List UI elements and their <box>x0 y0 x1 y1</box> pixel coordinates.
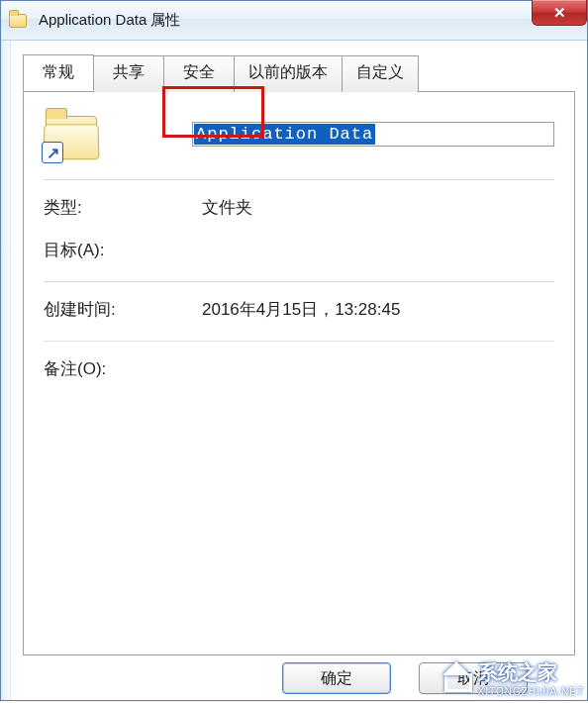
window-title: Application Data 属性 <box>39 11 180 30</box>
tab-label: 共享 <box>113 63 145 80</box>
shortcut-overlay-icon: ↗ <box>42 142 63 163</box>
close-icon: ✕ <box>553 4 566 22</box>
created-label: 创建时间: <box>44 298 202 321</box>
tab-custom[interactable]: 自定义 <box>342 55 419 92</box>
cancel-button[interactable]: 取消 <box>419 662 528 694</box>
properties-dialog: Application Data 属性 ✕ 常规 共享 安全 以前的版本 自定义… <box>0 0 588 701</box>
tab-strip: 常规 共享 安全 以前的版本 自定义 <box>23 54 583 91</box>
target-label: 目标(A): <box>44 239 202 261</box>
folder-icon <box>9 11 29 31</box>
left-gutter <box>1 41 11 700</box>
tab-label: 自定义 <box>356 63 404 80</box>
folder-shortcut-icon: ↗ <box>44 114 99 157</box>
titlebar[interactable]: Application Data 属性 ✕ <box>1 1 587 41</box>
tab-label: 安全 <box>183 63 215 80</box>
button-bar: 确定 取消 <box>1 662 587 694</box>
name-input[interactable]: Application Data <box>192 122 554 147</box>
separator <box>44 179 554 180</box>
tab-panel-general: ↗ Application Data 类型: 文件夹 目标(A): 创建时间: … <box>23 91 575 655</box>
created-value: 2016年4月15日，13:28:45 <box>202 298 554 321</box>
tab-general[interactable]: 常规 <box>23 54 94 91</box>
tab-label: 常规 <box>43 63 74 80</box>
comment-value <box>202 357 554 380</box>
separator <box>44 341 554 342</box>
type-value: 文件夹 <box>202 196 554 219</box>
tab-sharing[interactable]: 共享 <box>93 55 164 92</box>
name-input-value: Application Data <box>194 124 375 145</box>
type-label: 类型: <box>44 196 202 219</box>
ok-button[interactable]: 确定 <box>282 662 391 694</box>
tab-security[interactable]: 安全 <box>163 55 235 92</box>
button-label: 确定 <box>321 668 352 689</box>
close-button[interactable]: ✕ <box>532 0 587 26</box>
target-value <box>202 239 554 261</box>
tab-previous-versions[interactable]: 以前的版本 <box>234 55 343 92</box>
dialog-body: 常规 共享 安全 以前的版本 自定义 ↗ Application Data <box>1 41 587 700</box>
button-label: 取消 <box>457 668 489 689</box>
separator <box>44 281 554 282</box>
tab-label: 以前的版本 <box>248 63 328 80</box>
comment-label: 备注(O): <box>44 357 202 380</box>
